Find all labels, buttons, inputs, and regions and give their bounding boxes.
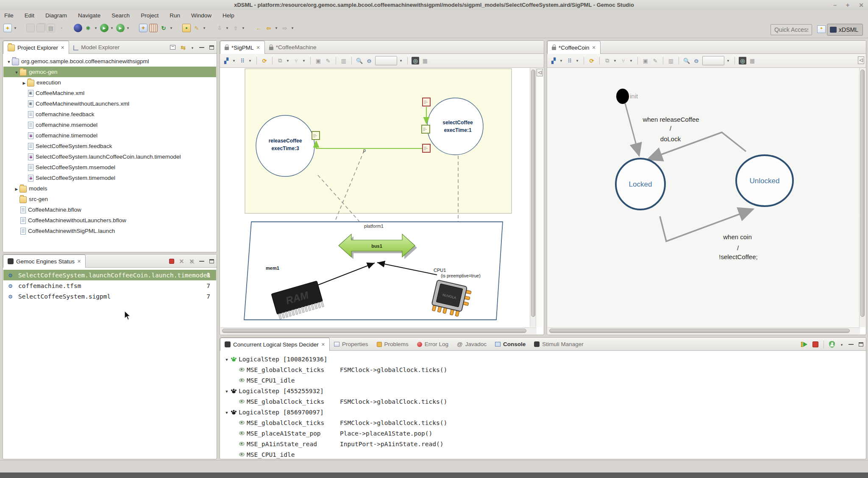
tab-coffeecoin[interactable]: *CoffeeCoin <box>547 41 601 54</box>
logical-step-row[interactable]: LogicalStep [1008261936] <box>220 354 865 364</box>
new-dropdown-icon[interactable] <box>14 26 18 30</box>
forward-dropdown-icon[interactable] <box>291 26 295 30</box>
select-mode-icon[interactable]: ⠿ <box>239 57 246 64</box>
transition2-label-when[interactable]: when coin <box>723 233 752 240</box>
zoom-out-icon[interactable]: ⊖ <box>365 57 373 64</box>
tree-item-models[interactable]: models <box>3 183 216 194</box>
tree-item-selectcoffeesystem-timemodel[interactable]: SelectCoffeeSystem.timemodel <box>3 173 216 183</box>
grid-icon[interactable] <box>149 24 158 32</box>
menu-edit[interactable]: Edit <box>25 10 34 21</box>
actor-selectcoffee[interactable] <box>427 98 483 155</box>
back-dropdown-icon[interactable] <box>275 26 279 30</box>
menu-window[interactable]: Window <box>191 10 211 21</box>
collapsed-arrow-icon[interactable] <box>14 186 19 191</box>
run-last-dropdown-icon[interactable] <box>126 26 131 30</box>
logical-step-row[interactable]: LogicalStep [856970097] <box>220 407 865 417</box>
link-with-editor-icon[interactable] <box>181 45 186 50</box>
mark-dropdown-icon[interactable] <box>203 26 207 30</box>
menu-file[interactable]: File <box>4 10 14 21</box>
tree-item-selectcoffeesystem-launch-timemodel[interactable]: SelectCoffeeSystem.launchCoffeeCoin.laun… <box>3 151 216 162</box>
back-icon[interactable]: ⇦ <box>264 24 273 32</box>
tab-stimuli-manager[interactable]: Stimuli Manager <box>530 338 588 351</box>
tab-problems[interactable]: Problems <box>373 338 413 351</box>
external-tools-icon[interactable]: ◔ <box>57 24 65 32</box>
minimize-icon[interactable] <box>199 261 204 262</box>
tree-item-coffemachine-feedback[interactable]: coffemachine.feedback <box>3 109 216 120</box>
new-wizard-icon[interactable]: ✦ <box>3 24 12 32</box>
align-dropdown-icon[interactable] <box>302 59 306 63</box>
debug-icon[interactable]: ✱ <box>84 24 92 32</box>
copy-icon[interactable]: ⧉ <box>276 57 284 64</box>
close-icon[interactable] <box>321 341 325 347</box>
transition1-label-action[interactable]: doLock <box>660 135 681 143</box>
align-icon[interactable]: ⑂ <box>620 57 627 64</box>
coffeecoin-canvas[interactable]: init when releaseCoffee / doLock when co… <box>548 68 860 327</box>
tree-item-coffeemachine-bflow[interactable]: CoffeeMachine.bflow <box>3 204 216 215</box>
tree-item-coffemachine-timemodel[interactable]: coffemachine.timemodel <box>3 130 216 141</box>
zoom-in-icon[interactable]: 🔍 <box>356 57 363 64</box>
quick-access-input[interactable] <box>771 24 812 35</box>
tab-console[interactable]: Console <box>491 338 530 351</box>
zoom-in-icon[interactable]: 🔍 <box>683 57 690 64</box>
next-annotation-icon[interactable]: ⇩ <box>215 24 224 32</box>
mse-event-row[interactable]: MSE_globalClock_ticks FSMClock->globalCl… <box>220 396 865 407</box>
next-annotation-dropdown-icon[interactable] <box>225 26 230 30</box>
run-icon[interactable]: ▶ <box>100 24 108 32</box>
run-last-icon[interactable]: ▶ <box>116 24 125 32</box>
save-all-icon[interactable] <box>36 24 45 32</box>
grid-toggle-icon[interactable]: ▦ <box>748 57 756 64</box>
debug-dropdown-icon[interactable] <box>94 26 98 30</box>
tab-error-log[interactable]: Error Log <box>413 338 453 351</box>
zoom-out-icon[interactable]: ⊖ <box>693 57 700 64</box>
input-port-releasecoffee[interactable] <box>312 131 320 140</box>
edit-icon[interactable]: ✎ <box>651 57 659 64</box>
snapshot-icon[interactable]: ◎ <box>739 57 746 64</box>
tab-project-explorer[interactable]: Project Explorer <box>3 41 69 54</box>
refresh-icon[interactable]: ↻ <box>159 24 168 32</box>
last-edit-location-icon[interactable]: ← <box>254 24 263 32</box>
vertical-scrollbar[interactable] <box>859 68 865 327</box>
print-icon[interactable]: ▤ <box>47 24 55 32</box>
tree-item-selectcoffeesystem-feedback[interactable]: SelectCoffeeSystem.feedback <box>3 141 216 151</box>
decider-shield-icon[interactable] <box>829 341 835 348</box>
export-icon[interactable]: ▣ <box>642 57 649 64</box>
transition-init-locked[interactable] <box>625 103 639 156</box>
prev-annotation-dropdown-icon[interactable] <box>242 26 246 30</box>
tree-item-project-root[interactable]: org.gemoc.sample.bcool.coffeemachinewith… <box>3 56 216 67</box>
tab-model-explorer[interactable]: Model Explorer <box>69 41 124 54</box>
expand-arrow-icon[interactable] <box>14 69 19 75</box>
mse-event-row[interactable]: MSE_pA1inState_read InputPort->pA1inStat… <box>220 439 865 449</box>
sigpml-canvas[interactable]: releaseCoffee execTime:3 selectCoffee ex… <box>220 68 530 327</box>
save-icon[interactable] <box>26 24 35 32</box>
close-icon[interactable] <box>256 45 260 50</box>
tree-item-coffeemachinewithoutlaunchers-bflow[interactable]: CoffeeMachinewithoutLaunchers.bflow <box>3 215 216 226</box>
open-perspective-icon[interactable]: ✦ <box>817 25 826 33</box>
zoom-level-combo[interactable] <box>702 56 724 65</box>
menu-run[interactable]: Run <box>170 10 180 21</box>
tree-item-coffeemachinewithoutlaunchers-xml[interactable]: CoffeeMachinewithoutLaunchers.xml <box>3 98 216 109</box>
mse-event-row[interactable]: MSE_globalClock_ticks FSMClock->globalCl… <box>220 364 865 375</box>
zoom-dropdown-icon[interactable] <box>399 59 403 63</box>
window-close-button[interactable]: ✕ <box>859 0 864 10</box>
transition1-label-when[interactable]: when releaseCoffee <box>642 116 699 123</box>
gemoc-sphere-icon[interactable] <box>74 24 82 32</box>
select-mode-icon[interactable]: ⠿ <box>566 57 573 64</box>
tree-item-selectcoffeesystem-msemodel[interactable]: SelectCoffeeSystem.msemodel <box>3 162 216 173</box>
copy-dropdown-icon[interactable] <box>286 59 290 63</box>
tree-item-coffeemachinewithsigpml-launch[interactable]: CoffeeMachinewithSigPML.launch <box>3 226 216 236</box>
menu-search[interactable]: Search <box>111 10 130 21</box>
horizontal-scrollbar[interactable] <box>220 327 537 334</box>
dispose-all-engines-icon[interactable] <box>189 258 194 264</box>
tree-item-execution[interactable]: execution <box>3 77 216 88</box>
menu-help[interactable]: Help <box>223 10 234 21</box>
forward-icon[interactable]: ⇨ <box>281 24 289 32</box>
tree-item-gemoc-gen[interactable]: gemoc-gen <box>3 67 216 77</box>
collapsed-arrow-icon[interactable] <box>21 80 27 85</box>
minimize-icon[interactable] <box>849 344 854 345</box>
paste-style-icon[interactable]: ▥ <box>667 57 675 64</box>
output-port-selectcoffee[interactable] <box>423 144 430 152</box>
align-dropdown-icon[interactable] <box>629 59 634 63</box>
grid-toggle-icon[interactable]: ▦ <box>421 57 429 64</box>
open-folder-icon[interactable]: ● <box>182 24 191 32</box>
mse-event-row[interactable]: MSE_CPU1_idle <box>220 449 865 460</box>
